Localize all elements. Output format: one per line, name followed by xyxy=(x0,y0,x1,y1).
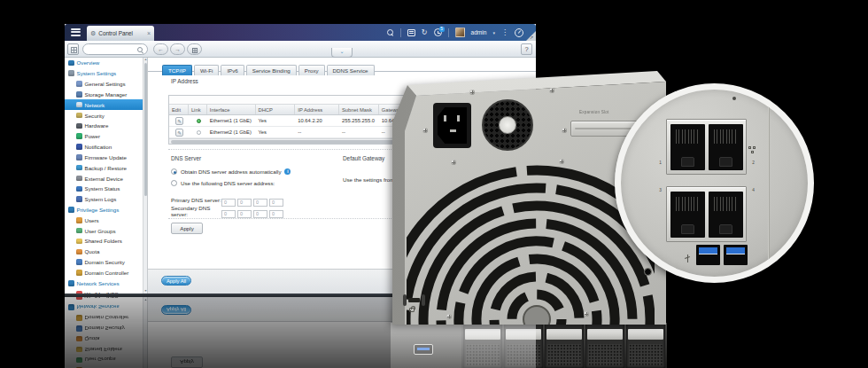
sidebar-item-hardware[interactable]: Hardware xyxy=(65,121,147,131)
tab-proxy[interactable]: Proxy xyxy=(298,65,325,75)
sidebar-item-network[interactable]: Network xyxy=(65,99,147,110)
sidebar-item-security[interactable]: Security xyxy=(65,110,147,121)
round-jack-hole xyxy=(644,268,652,276)
sidebar-scrollbar: ▲ ▼ xyxy=(143,297,147,368)
sidebar-item-label: Shared Folders xyxy=(85,238,122,244)
port-label-3: 3 xyxy=(657,187,663,193)
chevron-down-icon[interactable]: ▾ xyxy=(492,30,495,35)
search-icon[interactable] xyxy=(137,47,143,53)
tab-control-panel[interactable]: ⚙ Control Panel × xyxy=(87,26,154,41)
sidebar-item-label: Network Services xyxy=(77,280,120,286)
sidebar-scrollbar[interactable]: ▲ ▼ xyxy=(143,58,147,294)
sidebar-item-user-groups[interactable]: User Groups xyxy=(65,225,147,236)
tab-service-binding[interactable]: Service Binding xyxy=(246,65,297,75)
gateway-use-label: Use the settings from: xyxy=(343,176,396,183)
sidebar-item-label: Firmware Update xyxy=(85,154,127,161)
apply-all-button[interactable]: Apply All xyxy=(161,276,191,286)
sidebar-item-label: System Settings xyxy=(77,70,117,76)
dns-auto-radio[interactable] xyxy=(171,168,177,175)
dns-manual-radio[interactable] xyxy=(171,180,177,186)
panel-seam xyxy=(768,98,770,276)
sidebar-item-network-services[interactable]: Network Services xyxy=(65,278,147,288)
background-tasks-icon[interactable] xyxy=(407,29,415,36)
front-usb-port xyxy=(414,344,433,355)
edit-icon[interactable]: ✎ xyxy=(175,117,183,125)
secondary-dns-octet-1[interactable] xyxy=(221,210,236,218)
sidebar-item-privilege-settings[interactable]: Privilege Settings xyxy=(65,205,147,215)
security-icon xyxy=(76,113,82,119)
admin-menu[interactable]: admin xyxy=(471,29,487,35)
network-services-icon xyxy=(68,304,74,310)
sidebar-item-overview[interactable]: Overview xyxy=(65,58,147,68)
sidebar-item-win-mac-nfs: Win/Mac/NFS xyxy=(65,297,147,302)
dashboard-icon[interactable] xyxy=(515,28,523,37)
sidebar: OverviewSystem SettingsGeneral SettingsS… xyxy=(65,297,148,368)
avatar[interactable] xyxy=(455,27,465,37)
apps-grid-button[interactable] xyxy=(67,43,79,55)
gear-icon: ⚙ xyxy=(90,30,96,36)
cell: -- xyxy=(339,127,379,137)
sidebar-item-general-settings[interactable]: General Settings xyxy=(65,79,147,90)
column-header-dhcp[interactable]: DHCP xyxy=(256,105,296,114)
sidebar-item-power[interactable]: Power xyxy=(65,131,147,142)
sidebar-item-quota[interactable]: Quota xyxy=(65,247,147,257)
more-icon[interactable]: ⋮ xyxy=(501,29,508,36)
drive-tray xyxy=(545,323,584,368)
back-button[interactable]: ← xyxy=(153,43,168,55)
storage-manager-icon xyxy=(76,91,82,98)
tab-ipv6[interactable]: IPv6 xyxy=(221,65,244,75)
sidebar-item-notification[interactable]: Notification xyxy=(65,142,147,153)
tab-ddns-service[interactable]: DDNS Service xyxy=(327,65,375,75)
search-input[interactable] xyxy=(88,45,137,54)
column-header-subnet-mask[interactable]: Subnet Mask xyxy=(339,105,379,114)
forward-button[interactable]: → xyxy=(170,43,185,55)
view-grid-button[interactable] xyxy=(187,43,202,55)
sidebar-item-system-logs[interactable]: System Logs xyxy=(65,194,147,205)
users-icon xyxy=(76,217,82,223)
close-icon[interactable]: × xyxy=(147,30,151,36)
resize-corner[interactable]: ↗ xyxy=(526,31,536,41)
win-mac-nfs-icon xyxy=(76,291,82,294)
secondary-dns-octet-3[interactable] xyxy=(253,210,267,218)
edit-icon[interactable]: ✎ xyxy=(175,129,183,137)
magnifier-circle: 1 2 3 4 xyxy=(615,83,814,283)
main-menu-icon[interactable] xyxy=(71,28,81,36)
divider xyxy=(448,28,449,37)
sidebar-item-system-status[interactable]: System Status xyxy=(65,184,147,194)
column-header-ip-address[interactable]: IP Address xyxy=(295,105,339,114)
column-header-link[interactable]: Link xyxy=(189,105,207,114)
sidebar-item-win-mac-nfs[interactable]: Win/Mac/NFS xyxy=(65,288,147,294)
sidebar-item-system-settings[interactable]: System Settings xyxy=(65,68,147,79)
column-header-edit[interactable]: Edit xyxy=(169,105,189,114)
sidebar-item-domain-security[interactable]: Domain Security xyxy=(65,257,147,268)
sidebar-item-backup-restore[interactable]: Backup / Restore xyxy=(65,162,147,173)
network-services-icon xyxy=(68,280,74,286)
search-icon[interactable] xyxy=(387,29,394,36)
column-header-interface[interactable]: Interface xyxy=(207,105,256,114)
dns-apply-button[interactable]: Apply xyxy=(171,223,203,234)
sync-icon[interactable]: ↻ xyxy=(422,29,428,36)
sidebar-item-domain-controller[interactable]: Domain Controller xyxy=(65,268,147,278)
tab-wi-fi[interactable]: Wi-Fi xyxy=(194,65,219,75)
scrollbar-thumb[interactable] xyxy=(144,63,148,196)
screw xyxy=(549,88,554,93)
kensington-lock-slot xyxy=(403,294,426,314)
sidebar-item-users[interactable]: Users xyxy=(65,215,147,225)
sidebar-item-external-device[interactable]: External Device xyxy=(65,173,147,184)
ip-address-section-title: IP Address xyxy=(171,78,198,84)
win-mac-nfs-icon xyxy=(76,297,82,300)
secondary-dns-octet-2[interactable] xyxy=(237,210,252,218)
collapse-panel-button[interactable]: ⌄ xyxy=(331,48,353,58)
ethernet-port-4 xyxy=(709,192,743,238)
tab-tcp-ip[interactable]: TCP/IP xyxy=(162,65,192,75)
sidebar-item-label: Privilege Settings xyxy=(77,207,120,213)
secondary-dns-octet-4[interactable] xyxy=(269,210,283,218)
info-icon[interactable]: i xyxy=(284,168,291,175)
notifications-icon[interactable]: 5 xyxy=(434,28,442,36)
sidebar-item-shared-folders[interactable]: Shared Folders xyxy=(65,236,147,247)
sidebar-item-label: Domain Controller xyxy=(85,270,129,276)
help-button[interactable]: ? xyxy=(521,43,532,55)
sidebar-item-firmware-update[interactable]: Firmware Update xyxy=(65,152,147,162)
sidebar-item-storage-manager[interactable]: Storage Manager xyxy=(65,89,147,99)
lan-port-plate-top xyxy=(666,119,747,175)
